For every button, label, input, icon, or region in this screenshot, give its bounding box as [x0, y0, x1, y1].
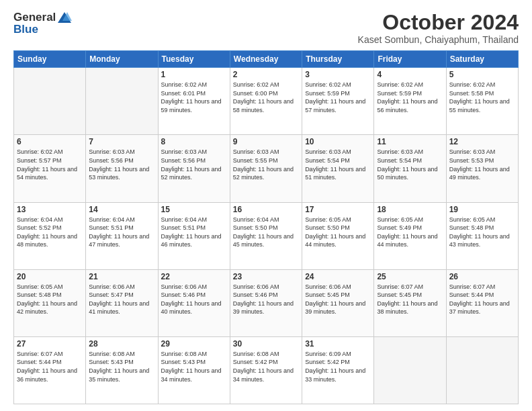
day-info: Sunrise: 6:04 AM Sunset: 5:52 PM Dayligh… [17, 216, 83, 249]
calendar-cell [446, 336, 518, 404]
calendar-cell: 1Sunrise: 6:02 AM Sunset: 6:01 PM Daylig… [158, 68, 230, 135]
day-info: Sunrise: 6:07 AM Sunset: 5:45 PM Dayligh… [377, 283, 443, 316]
day-info: Sunrise: 6:03 AM Sunset: 5:55 PM Dayligh… [233, 148, 299, 181]
calendar-day-header: Thursday [302, 51, 374, 68]
day-info: Sunrise: 6:02 AM Sunset: 5:57 PM Dayligh… [17, 148, 83, 181]
day-number: 24 [305, 272, 371, 281]
calendar-cell: 21Sunrise: 6:06 AM Sunset: 5:47 PM Dayli… [86, 269, 158, 336]
logo-blue: Blue [13, 23, 38, 36]
day-info: Sunrise: 6:05 AM Sunset: 5:49 PM Dayligh… [377, 216, 443, 249]
calendar-cell: 26Sunrise: 6:07 AM Sunset: 5:44 PM Dayli… [446, 269, 518, 336]
calendar-day-header: Wednesday [230, 51, 302, 68]
day-info: Sunrise: 6:02 AM Sunset: 6:01 PM Dayligh… [161, 81, 227, 114]
day-info: Sunrise: 6:04 AM Sunset: 5:51 PM Dayligh… [89, 216, 154, 249]
day-number: 27 [17, 339, 83, 349]
day-number: 31 [305, 339, 371, 349]
day-number: 1 [161, 70, 227, 79]
day-number: 9 [233, 137, 299, 146]
day-info: Sunrise: 6:05 AM Sunset: 5:50 PM Dayligh… [305, 216, 371, 249]
day-info: Sunrise: 6:07 AM Sunset: 5:44 PM Dayligh… [449, 283, 515, 316]
calendar-cell [86, 68, 158, 135]
calendar-cell: 9Sunrise: 6:03 AM Sunset: 5:55 PM Daylig… [230, 135, 302, 202]
calendar-cell: 23Sunrise: 6:06 AM Sunset: 5:46 PM Dayli… [230, 269, 302, 336]
calendar-cell: 8Sunrise: 6:03 AM Sunset: 5:56 PM Daylig… [158, 135, 230, 202]
calendar-week-row: 1Sunrise: 6:02 AM Sunset: 6:01 PM Daylig… [14, 68, 519, 135]
day-info: Sunrise: 6:06 AM Sunset: 5:46 PM Dayligh… [161, 283, 227, 316]
calendar-table: SundayMondayTuesdayWednesdayThursdayFrid… [13, 50, 519, 404]
calendar-cell: 10Sunrise: 6:03 AM Sunset: 5:54 PM Dayli… [302, 135, 374, 202]
calendar-day-header: Friday [374, 51, 446, 68]
calendar-cell: 20Sunrise: 6:05 AM Sunset: 5:48 PM Dayli… [14, 269, 86, 336]
day-number: 18 [377, 205, 443, 214]
calendar-cell: 14Sunrise: 6:04 AM Sunset: 5:51 PM Dayli… [86, 202, 158, 269]
day-number: 8 [161, 137, 227, 146]
day-info: Sunrise: 6:08 AM Sunset: 5:43 PM Dayligh… [161, 350, 227, 383]
day-number: 19 [449, 205, 515, 214]
day-number: 7 [89, 137, 154, 146]
day-info: Sunrise: 6:06 AM Sunset: 5:46 PM Dayligh… [233, 283, 299, 316]
day-number: 25 [377, 272, 443, 281]
day-number: 17 [305, 205, 371, 214]
calendar-cell: 29Sunrise: 6:08 AM Sunset: 5:43 PM Dayli… [158, 336, 230, 404]
day-info: Sunrise: 6:02 AM Sunset: 5:59 PM Dayligh… [377, 81, 443, 114]
day-number: 26 [449, 272, 515, 281]
calendar-cell: 25Sunrise: 6:07 AM Sunset: 5:45 PM Dayli… [374, 269, 446, 336]
day-number: 28 [89, 339, 154, 349]
logo: General Blue [13, 11, 72, 36]
calendar-day-header: Tuesday [158, 51, 230, 68]
day-number: 13 [17, 205, 83, 214]
logo-general: General [13, 11, 56, 24]
day-number: 15 [161, 205, 227, 214]
calendar-cell: 24Sunrise: 6:06 AM Sunset: 5:45 PM Dayli… [302, 269, 374, 336]
month-title: October 2024 [358, 11, 519, 34]
calendar-cell: 17Sunrise: 6:05 AM Sunset: 5:50 PM Dayli… [302, 202, 374, 269]
calendar-cell: 4Sunrise: 6:02 AM Sunset: 5:59 PM Daylig… [374, 68, 446, 135]
calendar-week-row: 27Sunrise: 6:07 AM Sunset: 5:44 PM Dayli… [14, 336, 519, 404]
day-number: 4 [377, 70, 443, 79]
day-info: Sunrise: 6:09 AM Sunset: 5:42 PM Dayligh… [305, 350, 371, 383]
day-info: Sunrise: 6:05 AM Sunset: 5:48 PM Dayligh… [17, 283, 83, 316]
day-number: 21 [89, 272, 154, 281]
day-number: 16 [233, 205, 299, 214]
calendar-cell: 3Sunrise: 6:02 AM Sunset: 5:59 PM Daylig… [302, 68, 374, 135]
day-info: Sunrise: 6:03 AM Sunset: 5:54 PM Dayligh… [377, 148, 443, 181]
day-info: Sunrise: 6:03 AM Sunset: 5:54 PM Dayligh… [305, 148, 371, 181]
day-info: Sunrise: 6:02 AM Sunset: 5:58 PM Dayligh… [449, 81, 515, 114]
day-number: 23 [233, 272, 299, 281]
day-info: Sunrise: 6:04 AM Sunset: 5:51 PM Dayligh… [161, 216, 227, 249]
day-info: Sunrise: 6:06 AM Sunset: 5:47 PM Dayligh… [89, 283, 154, 316]
day-number: 2 [233, 70, 299, 79]
page: General Blue October 2024 Kaset Sombun, … [0, 0, 532, 411]
day-info: Sunrise: 6:03 AM Sunset: 5:53 PM Dayligh… [449, 148, 515, 181]
calendar-week-row: 13Sunrise: 6:04 AM Sunset: 5:52 PM Dayli… [14, 202, 519, 269]
day-number: 10 [305, 137, 371, 146]
header: General Blue October 2024 Kaset Sombun, … [13, 11, 519, 45]
calendar-week-row: 20Sunrise: 6:05 AM Sunset: 5:48 PM Dayli… [14, 269, 519, 336]
calendar-week-row: 6Sunrise: 6:02 AM Sunset: 5:57 PM Daylig… [14, 135, 519, 202]
title-area: October 2024 Kaset Sombun, Chaiyaphum, T… [358, 11, 519, 45]
calendar-header-row: SundayMondayTuesdayWednesdayThursdayFrid… [14, 51, 519, 68]
day-number: 11 [377, 137, 443, 146]
calendar-day-header: Saturday [446, 51, 518, 68]
day-info: Sunrise: 6:02 AM Sunset: 5:59 PM Dayligh… [305, 81, 371, 114]
calendar-cell: 7Sunrise: 6:03 AM Sunset: 5:56 PM Daylig… [86, 135, 158, 202]
logo-icon [57, 11, 72, 24]
day-number: 29 [161, 339, 227, 349]
calendar-cell [374, 336, 446, 404]
calendar-cell: 13Sunrise: 6:04 AM Sunset: 5:52 PM Dayli… [14, 202, 86, 269]
calendar-cell: 31Sunrise: 6:09 AM Sunset: 5:42 PM Dayli… [302, 336, 374, 404]
day-number: 22 [161, 272, 227, 281]
calendar-cell: 18Sunrise: 6:05 AM Sunset: 5:49 PM Dayli… [374, 202, 446, 269]
calendar-cell: 6Sunrise: 6:02 AM Sunset: 5:57 PM Daylig… [14, 135, 86, 202]
day-number: 30 [233, 339, 299, 349]
day-info: Sunrise: 6:03 AM Sunset: 5:56 PM Dayligh… [161, 148, 227, 181]
calendar-cell: 11Sunrise: 6:03 AM Sunset: 5:54 PM Dayli… [374, 135, 446, 202]
day-info: Sunrise: 6:06 AM Sunset: 5:45 PM Dayligh… [305, 283, 371, 316]
calendar-day-header: Monday [86, 51, 158, 68]
calendar-cell: 19Sunrise: 6:05 AM Sunset: 5:48 PM Dayli… [446, 202, 518, 269]
day-info: Sunrise: 6:02 AM Sunset: 6:00 PM Dayligh… [233, 81, 299, 114]
calendar-cell: 12Sunrise: 6:03 AM Sunset: 5:53 PM Dayli… [446, 135, 518, 202]
day-number: 20 [17, 272, 83, 281]
day-info: Sunrise: 6:07 AM Sunset: 5:44 PM Dayligh… [17, 350, 83, 383]
day-info: Sunrise: 6:08 AM Sunset: 5:42 PM Dayligh… [233, 350, 299, 383]
